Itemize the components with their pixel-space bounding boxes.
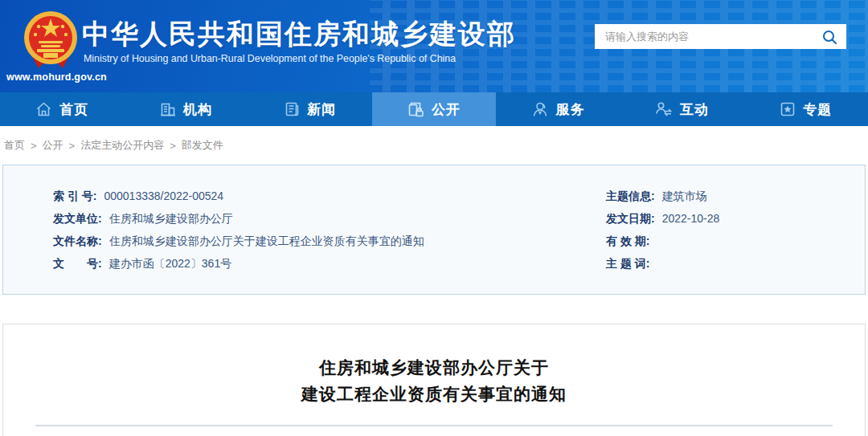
meta-label: 发文单位: (53, 212, 102, 225)
nav-label: 机构 (183, 100, 212, 119)
site-header: www.mohurd.gov.cn 中华人民共和国住房和城乡建设部 Minist… (0, 0, 868, 92)
breadcrumb-separator: > (170, 140, 176, 152)
meta-value: 000013338/2022-00524 (104, 189, 223, 202)
meta-label: 文 号: (53, 257, 102, 270)
breadcrumb-link-statutory-content[interactable]: 法定主动公开内容 (80, 138, 164, 153)
site-url-text: www.mohurd.gov.cn (6, 71, 95, 83)
meta-row-topic-info: 主题信息: 建筑市场 (606, 189, 865, 202)
nav-item-news[interactable]: 新闻 (248, 92, 372, 126)
national-emblem-icon (21, 9, 80, 71)
article-divider (35, 425, 833, 426)
nav-label: 互动 (680, 100, 709, 119)
nav-label: 新闻 (307, 100, 336, 119)
meta-label: 文件名称: (53, 234, 102, 247)
search-box (595, 24, 846, 49)
meta-row-index-number: 索 引 号: 000013338/2022-00524 (53, 189, 606, 202)
star-box-icon (780, 101, 796, 117)
article-title-line2: 建设工程企业资质有关事宜的通知 (3, 381, 865, 407)
breadcrumb-separator: > (31, 140, 37, 152)
meta-label: 主题信息: (606, 189, 655, 202)
site-title-english: Ministry of Housing and Urban-Rural Deve… (84, 53, 456, 64)
nav-item-services[interactable]: 服务 (496, 92, 620, 126)
nav-item-interaction[interactable]: 互动 (620, 92, 743, 126)
mohurd-gov-page: { "header": { "site_url": "www.mohurd.go… (0, 0, 868, 436)
meta-row-keywords: 主 题 词: (606, 257, 865, 270)
breadcrumb-link-disclosure[interactable]: 公开 (43, 138, 63, 153)
article-title-line1: 住房和城乡建设部办公厅关于 (3, 354, 865, 381)
main-nav: 首页 机构 新闻 (0, 92, 868, 126)
service-person-icon (531, 101, 549, 117)
meta-row-validity-period: 有 效 期: (606, 234, 865, 247)
nav-item-disclosure[interactable]: 公开 (372, 92, 496, 126)
document-lock-icon (407, 101, 424, 117)
document-meta-panel: 索 引 号: 000013338/2022-00524 发文单位: 住房和城乡建… (2, 165, 866, 295)
article-title: 住房和城乡建设部办公厅关于 建设工程企业资质有关事宜的通知 (3, 354, 865, 407)
breadcrumb-separator: > (69, 140, 76, 152)
meta-row-document-number: 文 号: 建办市函〔2022〕361号 (53, 257, 606, 270)
search-input[interactable] (595, 24, 813, 49)
home-icon (35, 101, 52, 117)
meta-value: 住房和城乡建设部办公厅关于建设工程企业资质有关事宜的通知 (109, 234, 424, 247)
nav-label: 服务 (556, 100, 585, 119)
breadcrumb: 首页 > 公开 > 法定主动公开内容 > 部发文件 (0, 126, 868, 165)
nav-item-home[interactable]: 首页 (0, 92, 124, 126)
interaction-arrows-icon (655, 101, 673, 117)
meta-label: 有 效 期: (606, 234, 649, 247)
meta-row-issue-date: 发文日期: 2022-10-28 (606, 212, 865, 225)
meta-value: 建办市函〔2022〕361号 (109, 257, 232, 270)
meta-label: 索 引 号: (53, 189, 96, 202)
article-panel: 住房和城乡建设部办公厅关于 建设工程企业资质有关事宜的通知 (2, 324, 866, 436)
search-icon (821, 29, 837, 45)
meta-label: 发文日期: (606, 212, 655, 225)
nav-item-topics[interactable]: 专题 (744, 92, 868, 126)
nav-item-org[interactable]: 机构 (124, 92, 248, 126)
nav-label: 首页 (59, 100, 88, 119)
meta-value: 2022-10-28 (662, 212, 720, 225)
meta-row-issuing-unit: 发文单位: 住房和城乡建设部办公厅 (53, 212, 606, 225)
meta-value: 建筑市场 (662, 189, 707, 202)
breadcrumb-link-home[interactable]: 首页 (4, 138, 25, 153)
building-icon (160, 101, 176, 117)
meta-column-left: 索 引 号: 000013338/2022-00524 发文单位: 住房和城乡建… (53, 189, 606, 279)
meta-value: 住房和城乡建设部办公厅 (109, 212, 233, 225)
nav-label: 专题 (803, 100, 832, 119)
breadcrumb-link-ministry-documents[interactable]: 部发文件 (182, 138, 223, 153)
nav-label: 公开 (432, 100, 461, 119)
search-button[interactable] (813, 24, 846, 49)
meta-label: 主 题 词: (606, 257, 649, 270)
site-title-chinese: 中华人民共和国住房和城乡建设部 (82, 16, 516, 53)
meta-column-right: 主题信息: 建筑市场 发文日期: 2022-10-28 有 效 期: 主 题 词… (606, 189, 865, 279)
news-icon (284, 101, 300, 117)
meta-row-document-name: 文件名称: 住房和城乡建设部办公厅关于建设工程企业资质有关事宜的通知 (53, 234, 606, 247)
